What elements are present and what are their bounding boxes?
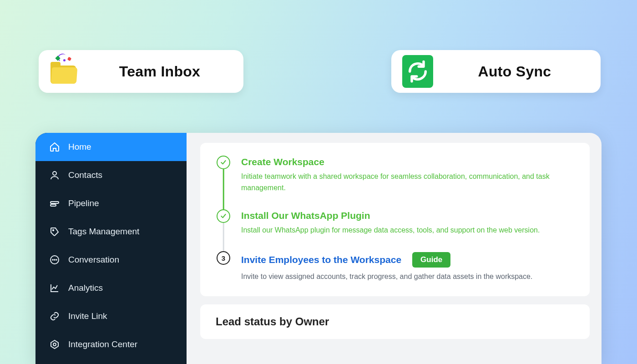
step-description: Invite to view assigned accounts, track …: [241, 271, 574, 283]
step-title: Install Our WhatsApp Plugin: [241, 210, 574, 221]
app-frame: Home Contacts Pipeline Tags Management C…: [35, 133, 602, 364]
feature-label-auto-sync: Auto Sync: [447, 63, 582, 80]
lead-status-card: Lead status by Owner: [200, 304, 590, 339]
sidebar-item-analytics[interactable]: Analytics: [35, 274, 187, 302]
onboarding-step-2: Install Our WhatsApp Plugin Install our …: [216, 209, 574, 236]
sidebar-item-contacts[interactable]: Contacts: [35, 161, 187, 189]
feature-card-auto-sync: Auto Sync: [391, 50, 601, 93]
section-title: Lead status by Owner: [216, 315, 574, 328]
sidebar-item-label: Conversation: [68, 255, 119, 265]
onboarding-step-3: 3 Invite Employees to the Workspace Guid…: [216, 251, 574, 283]
main-content: Create Workspace Initiate teamwork with …: [187, 133, 602, 364]
sidebar-item-home[interactable]: Home: [35, 133, 187, 161]
tag-icon: [49, 226, 60, 237]
pipeline-icon: [49, 198, 60, 209]
sidebar-item-tags[interactable]: Tags Management: [35, 217, 187, 246]
link-icon: [49, 311, 60, 322]
sidebar-item-label: Invite Link: [68, 311, 107, 321]
sidebar-item-conversation[interactable]: Conversation: [35, 246, 187, 274]
sidebar-item-label: Integration Center: [68, 339, 137, 349]
svg-rect-1: [51, 202, 59, 203]
svg-point-5: [52, 259, 53, 260]
step-title: Create Workspace: [241, 157, 574, 167]
auto-sync-icon: [402, 58, 433, 85]
analytics-icon: [49, 283, 60, 293]
svg-point-3: [53, 230, 54, 231]
step-description: Initiate teamwork with a shared workspac…: [241, 171, 574, 194]
svg-point-8: [53, 343, 56, 346]
onboarding-card: Create Workspace Initiate teamwork with …: [200, 143, 590, 296]
check-icon: [217, 209, 230, 223]
team-inbox-icon: [50, 58, 81, 85]
sidebar-item-label: Contacts: [68, 170, 102, 180]
sidebar-item-pipeline[interactable]: Pipeline: [35, 189, 187, 217]
step-title: Invite Employees to the Workspace Guide: [241, 252, 574, 268]
svg-point-6: [54, 259, 55, 260]
contacts-icon: [49, 170, 60, 181]
sidebar-item-label: Pipeline: [68, 198, 99, 208]
step-title-text: Invite Employees to the Workspace: [241, 254, 401, 265]
sidebar-item-integration[interactable]: Integration Center: [35, 330, 187, 359]
sidebar-item-label: Analytics: [68, 283, 103, 293]
svg-rect-2: [51, 204, 56, 206]
svg-point-7: [56, 259, 57, 260]
sidebar: Home Contacts Pipeline Tags Management C…: [35, 133, 187, 364]
onboarding-step-1: Create Workspace Initiate teamwork with …: [216, 156, 574, 194]
guide-button[interactable]: Guide: [412, 252, 450, 268]
sidebar-item-label: Tags Management: [68, 227, 139, 237]
check-icon: [217, 156, 230, 169]
svg-point-0: [53, 172, 56, 175]
feature-label-team-inbox: Team Inbox: [94, 63, 225, 80]
sidebar-item-label: Home: [68, 142, 91, 152]
home-icon: [49, 142, 60, 152]
sidebar-item-invite-link[interactable]: Invite Link: [35, 302, 187, 330]
feature-card-team-inbox: Team Inbox: [39, 50, 243, 93]
step-number-badge: 3: [217, 251, 230, 265]
conversation-icon: [49, 254, 60, 265]
step-description: Install our WhatsApp plugin for message …: [241, 225, 574, 236]
integration-icon: [49, 339, 60, 350]
